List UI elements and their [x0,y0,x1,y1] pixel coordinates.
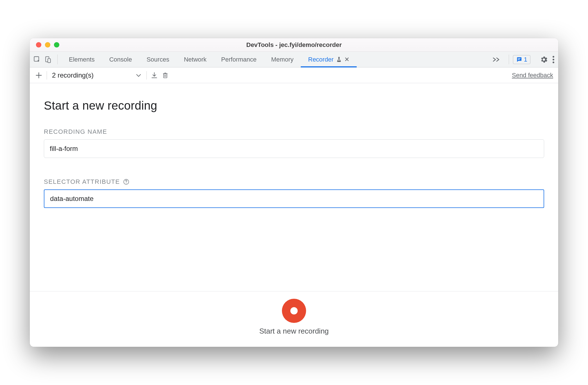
recordings-count-label: 2 recording(s) [52,71,94,79]
tab-console[interactable]: Console [102,52,139,67]
delete-icon[interactable] [162,71,169,79]
chevron-down-icon [136,73,141,77]
tab-recorder[interactable]: Recorder ✕ [301,52,356,67]
device-toolbar-icon[interactable] [44,56,52,64]
record-area: Start a new recording [30,291,558,347]
issues-count: 1 [524,56,527,63]
svg-rect-11 [164,74,167,78]
start-recording-button[interactable] [282,299,306,323]
inspect-element-icon[interactable] [33,56,41,64]
svg-point-17 [126,183,126,184]
selector-attribute-input[interactable] [44,189,544,208]
tab-sources[interactable]: Sources [139,52,177,67]
more-tabs-icon[interactable] [489,52,505,67]
start-recording-label: Start a new recording [259,327,329,336]
window-zoom-button[interactable] [54,42,59,47]
devtools-window: DevTools - jec.fyi/demo/recorder Element… [30,38,558,347]
svg-rect-3 [518,58,520,59]
tab-network[interactable]: Network [177,52,214,67]
window-close-button[interactable] [36,42,41,47]
selector-attribute-field: SELECTOR ATTRIBUTE [44,178,544,208]
recorder-toolbar: 2 recording(s) Send feedback [30,67,558,83]
svg-point-5 [553,56,554,58]
window-controls [30,42,59,47]
tab-label: Elements [69,56,95,63]
experimental-icon [336,56,342,63]
page-title: Start a new recording [44,99,544,112]
export-icon[interactable] [151,72,158,79]
tab-label: Sources [146,56,169,63]
new-recording-icon[interactable] [35,71,43,79]
tab-label: Recorder [308,56,333,63]
tab-performance[interactable]: Performance [214,52,264,67]
svg-rect-2 [48,58,51,62]
recording-name-label: RECORDING NAME [44,128,107,135]
window-title: DevTools - jec.fyi/demo/recorder [30,41,558,49]
window-minimize-button[interactable] [45,42,50,47]
tab-label: Network [184,56,207,63]
panel-tabs: Elements Console Sources Network Perform… [62,52,486,67]
tab-label: Performance [221,56,257,63]
svg-point-7 [553,62,554,63]
settings-icon[interactable] [540,55,548,64]
svg-point-6 [553,59,554,60]
tab-memory[interactable]: Memory [264,52,301,67]
recorder-panel-content: Start a new recording RECORDING NAME SEL… [30,83,558,291]
help-icon[interactable] [123,178,130,185]
svg-rect-4 [518,59,519,60]
selector-attribute-label: SELECTOR ATTRIBUTE [44,178,120,185]
tab-label: Memory [271,56,293,63]
issues-badge[interactable]: 1 [513,55,530,64]
recording-name-input[interactable] [44,139,544,158]
recording-name-field: RECORDING NAME [44,128,544,158]
tab-elements[interactable]: Elements [62,52,102,67]
recordings-dropdown[interactable]: 2 recording(s) [51,70,143,81]
send-feedback-link[interactable]: Send feedback [512,72,553,79]
tab-label: Console [109,56,132,63]
more-options-icon[interactable] [552,55,555,64]
close-tab-icon[interactable]: ✕ [344,56,349,63]
window-titlebar: DevTools - jec.fyi/demo/recorder [30,38,558,52]
devtools-tabbar: Elements Console Sources Network Perform… [30,52,558,67]
record-dot-icon [290,307,298,314]
